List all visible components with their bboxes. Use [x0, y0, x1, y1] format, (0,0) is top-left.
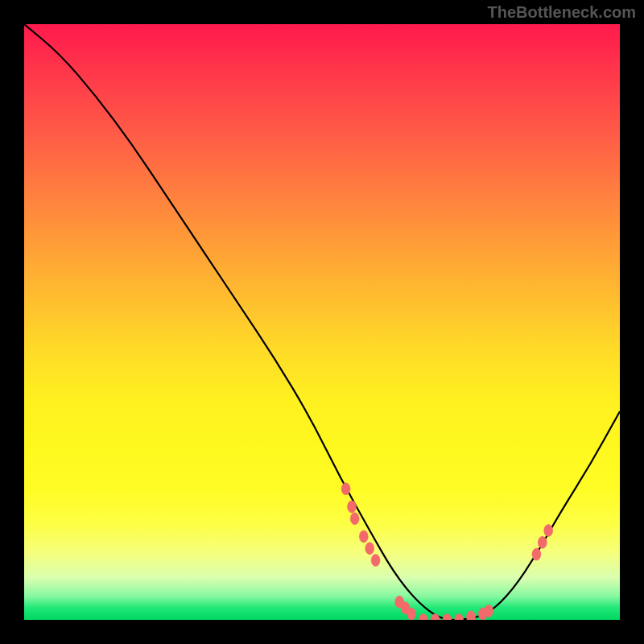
highlight-point	[431, 614, 440, 621]
highlight-point	[365, 543, 374, 555]
highlight-markers	[341, 483, 553, 620]
highlight-point	[544, 525, 553, 537]
highlight-point	[485, 605, 493, 617]
highlight-point	[532, 548, 541, 560]
highlight-point	[455, 614, 464, 621]
highlight-point	[359, 530, 368, 543]
highlight-point	[467, 611, 476, 620]
bottleneck-curve	[24, 24, 620, 620]
highlight-point	[538, 536, 547, 548]
watermark-text: TheBottleneck.com	[488, 3, 636, 22]
highlight-point	[443, 614, 452, 621]
highlight-point	[419, 614, 427, 621]
highlight-point	[371, 555, 380, 567]
highlight-point	[341, 483, 350, 495]
highlight-point	[407, 608, 416, 620]
chart-svg	[24, 24, 620, 620]
chart-plot-area	[24, 24, 620, 620]
highlight-point	[350, 513, 359, 525]
highlight-point	[348, 501, 357, 513]
